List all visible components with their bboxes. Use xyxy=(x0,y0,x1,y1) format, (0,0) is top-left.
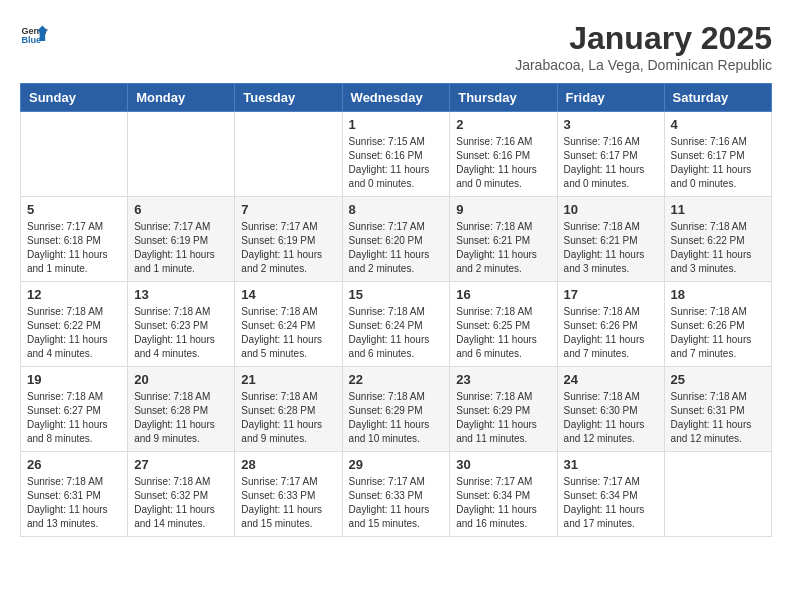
day-number: 1 xyxy=(349,117,444,132)
calendar-week-3: 12 Sunrise: 7:18 AMSunset: 6:22 PMDaylig… xyxy=(21,282,772,367)
day-info: Sunrise: 7:16 AMSunset: 6:17 PMDaylight:… xyxy=(564,135,658,191)
day-number: 4 xyxy=(671,117,765,132)
day-number: 13 xyxy=(134,287,228,302)
day-number: 7 xyxy=(241,202,335,217)
day-number: 8 xyxy=(349,202,444,217)
day-number: 20 xyxy=(134,372,228,387)
day-number: 11 xyxy=(671,202,765,217)
day-number: 14 xyxy=(241,287,335,302)
calendar-cell: 19 Sunrise: 7:18 AMSunset: 6:27 PMDaylig… xyxy=(21,367,128,452)
calendar-cell: 27 Sunrise: 7:18 AMSunset: 6:32 PMDaylig… xyxy=(128,452,235,537)
day-number: 28 xyxy=(241,457,335,472)
logo: General Blue xyxy=(20,20,48,48)
calendar-cell: 7 Sunrise: 7:17 AMSunset: 6:19 PMDayligh… xyxy=(235,197,342,282)
calendar-cell: 8 Sunrise: 7:17 AMSunset: 6:20 PMDayligh… xyxy=(342,197,450,282)
calendar-cell xyxy=(128,112,235,197)
weekday-header-monday: Monday xyxy=(128,84,235,112)
day-number: 30 xyxy=(456,457,550,472)
calendar-cell: 24 Sunrise: 7:18 AMSunset: 6:30 PMDaylig… xyxy=(557,367,664,452)
day-info: Sunrise: 7:18 AMSunset: 6:25 PMDaylight:… xyxy=(456,305,550,361)
weekday-header-wednesday: Wednesday xyxy=(342,84,450,112)
day-info: Sunrise: 7:17 AMSunset: 6:19 PMDaylight:… xyxy=(241,220,335,276)
calendar-week-1: 1 Sunrise: 7:15 AMSunset: 6:16 PMDayligh… xyxy=(21,112,772,197)
day-number: 15 xyxy=(349,287,444,302)
calendar-cell: 9 Sunrise: 7:18 AMSunset: 6:21 PMDayligh… xyxy=(450,197,557,282)
calendar-cell: 4 Sunrise: 7:16 AMSunset: 6:17 PMDayligh… xyxy=(664,112,771,197)
day-number: 24 xyxy=(564,372,658,387)
calendar-cell: 28 Sunrise: 7:17 AMSunset: 6:33 PMDaylig… xyxy=(235,452,342,537)
day-number: 9 xyxy=(456,202,550,217)
calendar-cell: 29 Sunrise: 7:17 AMSunset: 6:33 PMDaylig… xyxy=(342,452,450,537)
weekday-header-saturday: Saturday xyxy=(664,84,771,112)
day-number: 16 xyxy=(456,287,550,302)
day-info: Sunrise: 7:17 AMSunset: 6:33 PMDaylight:… xyxy=(349,475,444,531)
day-info: Sunrise: 7:18 AMSunset: 6:31 PMDaylight:… xyxy=(27,475,121,531)
day-number: 6 xyxy=(134,202,228,217)
day-info: Sunrise: 7:16 AMSunset: 6:16 PMDaylight:… xyxy=(456,135,550,191)
calendar-cell xyxy=(21,112,128,197)
day-number: 17 xyxy=(564,287,658,302)
calendar-cell: 17 Sunrise: 7:18 AMSunset: 6:26 PMDaylig… xyxy=(557,282,664,367)
day-number: 22 xyxy=(349,372,444,387)
calendar-cell xyxy=(235,112,342,197)
calendar-week-5: 26 Sunrise: 7:18 AMSunset: 6:31 PMDaylig… xyxy=(21,452,772,537)
day-number: 19 xyxy=(27,372,121,387)
weekday-header-sunday: Sunday xyxy=(21,84,128,112)
calendar-cell: 21 Sunrise: 7:18 AMSunset: 6:28 PMDaylig… xyxy=(235,367,342,452)
weekday-header-friday: Friday xyxy=(557,84,664,112)
calendar-cell: 10 Sunrise: 7:18 AMSunset: 6:21 PMDaylig… xyxy=(557,197,664,282)
day-info: Sunrise: 7:17 AMSunset: 6:34 PMDaylight:… xyxy=(456,475,550,531)
calendar-cell: 15 Sunrise: 7:18 AMSunset: 6:24 PMDaylig… xyxy=(342,282,450,367)
day-number: 12 xyxy=(27,287,121,302)
logo-icon: General Blue xyxy=(20,20,48,48)
calendar-cell: 14 Sunrise: 7:18 AMSunset: 6:24 PMDaylig… xyxy=(235,282,342,367)
day-info: Sunrise: 7:18 AMSunset: 6:22 PMDaylight:… xyxy=(27,305,121,361)
day-number: 10 xyxy=(564,202,658,217)
page-header: General Blue January 2025 Jarabacoa, La … xyxy=(20,20,772,73)
day-info: Sunrise: 7:16 AMSunset: 6:17 PMDaylight:… xyxy=(671,135,765,191)
day-number: 26 xyxy=(27,457,121,472)
weekday-header-thursday: Thursday xyxy=(450,84,557,112)
calendar-cell: 12 Sunrise: 7:18 AMSunset: 6:22 PMDaylig… xyxy=(21,282,128,367)
calendar-week-2: 5 Sunrise: 7:17 AMSunset: 6:18 PMDayligh… xyxy=(21,197,772,282)
day-info: Sunrise: 7:17 AMSunset: 6:18 PMDaylight:… xyxy=(27,220,121,276)
calendar-cell: 5 Sunrise: 7:17 AMSunset: 6:18 PMDayligh… xyxy=(21,197,128,282)
day-number: 31 xyxy=(564,457,658,472)
day-info: Sunrise: 7:15 AMSunset: 6:16 PMDaylight:… xyxy=(349,135,444,191)
month-title: January 2025 xyxy=(515,20,772,57)
day-info: Sunrise: 7:18 AMSunset: 6:24 PMDaylight:… xyxy=(349,305,444,361)
calendar-cell: 30 Sunrise: 7:17 AMSunset: 6:34 PMDaylig… xyxy=(450,452,557,537)
day-info: Sunrise: 7:18 AMSunset: 6:24 PMDaylight:… xyxy=(241,305,335,361)
day-info: Sunrise: 7:17 AMSunset: 6:19 PMDaylight:… xyxy=(134,220,228,276)
day-number: 2 xyxy=(456,117,550,132)
title-block: January 2025 Jarabacoa, La Vega, Dominic… xyxy=(515,20,772,73)
calendar-cell: 6 Sunrise: 7:17 AMSunset: 6:19 PMDayligh… xyxy=(128,197,235,282)
day-number: 25 xyxy=(671,372,765,387)
day-info: Sunrise: 7:18 AMSunset: 6:32 PMDaylight:… xyxy=(134,475,228,531)
weekday-header-tuesday: Tuesday xyxy=(235,84,342,112)
day-info: Sunrise: 7:18 AMSunset: 6:28 PMDaylight:… xyxy=(241,390,335,446)
day-info: Sunrise: 7:18 AMSunset: 6:26 PMDaylight:… xyxy=(564,305,658,361)
calendar-cell: 23 Sunrise: 7:18 AMSunset: 6:29 PMDaylig… xyxy=(450,367,557,452)
weekday-header-row: SundayMondayTuesdayWednesdayThursdayFrid… xyxy=(21,84,772,112)
calendar-cell: 13 Sunrise: 7:18 AMSunset: 6:23 PMDaylig… xyxy=(128,282,235,367)
calendar-week-4: 19 Sunrise: 7:18 AMSunset: 6:27 PMDaylig… xyxy=(21,367,772,452)
calendar-cell: 2 Sunrise: 7:16 AMSunset: 6:16 PMDayligh… xyxy=(450,112,557,197)
day-number: 21 xyxy=(241,372,335,387)
day-number: 5 xyxy=(27,202,121,217)
day-info: Sunrise: 7:17 AMSunset: 6:33 PMDaylight:… xyxy=(241,475,335,531)
calendar-cell: 25 Sunrise: 7:18 AMSunset: 6:31 PMDaylig… xyxy=(664,367,771,452)
day-info: Sunrise: 7:18 AMSunset: 6:28 PMDaylight:… xyxy=(134,390,228,446)
day-info: Sunrise: 7:18 AMSunset: 6:23 PMDaylight:… xyxy=(134,305,228,361)
day-info: Sunrise: 7:18 AMSunset: 6:31 PMDaylight:… xyxy=(671,390,765,446)
day-info: Sunrise: 7:18 AMSunset: 6:29 PMDaylight:… xyxy=(456,390,550,446)
day-info: Sunrise: 7:18 AMSunset: 6:22 PMDaylight:… xyxy=(671,220,765,276)
calendar-cell: 3 Sunrise: 7:16 AMSunset: 6:17 PMDayligh… xyxy=(557,112,664,197)
day-number: 27 xyxy=(134,457,228,472)
day-info: Sunrise: 7:18 AMSunset: 6:26 PMDaylight:… xyxy=(671,305,765,361)
day-info: Sunrise: 7:18 AMSunset: 6:21 PMDaylight:… xyxy=(456,220,550,276)
day-number: 23 xyxy=(456,372,550,387)
calendar-cell: 20 Sunrise: 7:18 AMSunset: 6:28 PMDaylig… xyxy=(128,367,235,452)
day-info: Sunrise: 7:18 AMSunset: 6:29 PMDaylight:… xyxy=(349,390,444,446)
day-info: Sunrise: 7:18 AMSunset: 6:27 PMDaylight:… xyxy=(27,390,121,446)
